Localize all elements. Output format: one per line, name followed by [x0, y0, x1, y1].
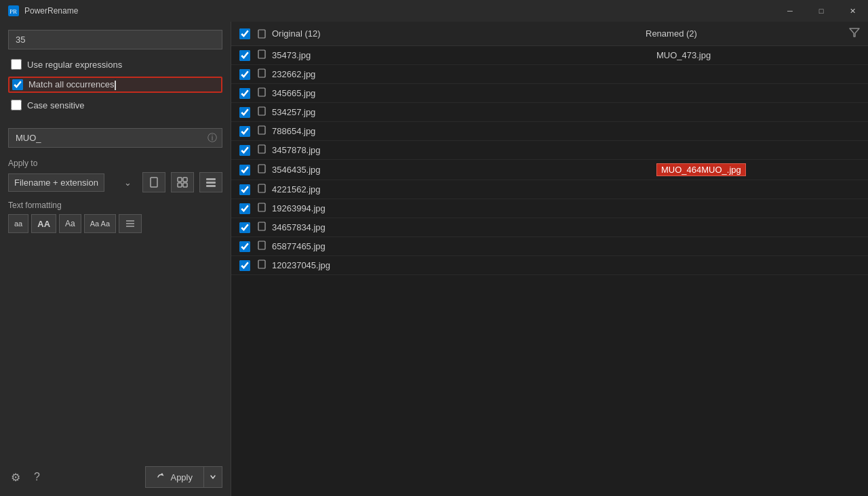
- file-checkbox[interactable]: [239, 241, 250, 252]
- renamed-value: MUO_473.jpg: [656, 50, 860, 60]
- file-icon: [257, 260, 267, 271]
- help-button[interactable]: ?: [31, 468, 43, 487]
- file-checkbox[interactable]: [239, 88, 250, 99]
- list-format-button[interactable]: [119, 214, 142, 233]
- camelcase-button[interactable]: Aa Aa: [84, 214, 116, 233]
- svg-rect-13: [258, 30, 265, 38]
- apply-button-group: Apply: [145, 466, 222, 488]
- apply-to-label: Apply to: [8, 159, 222, 168]
- grid-icon: [177, 177, 188, 188]
- file-icon: [257, 203, 267, 214]
- file-name: 345665.jpg: [272, 88, 656, 98]
- table-row: 35473.jpgMUO_473.jpg: [231, 46, 868, 65]
- file-icon: [257, 222, 267, 233]
- file-checkbox[interactable]: [239, 107, 250, 118]
- replace-input-container: ⓘ: [8, 128, 222, 148]
- file-checkbox[interactable]: [239, 165, 250, 175]
- file-checkbox[interactable]: [239, 126, 250, 137]
- match-all-checkbox[interactable]: [12, 79, 23, 90]
- replace-input[interactable]: [8, 128, 222, 148]
- uppercase-button[interactable]: AA: [31, 214, 56, 233]
- bottom-icons: ⚙ ?: [8, 468, 43, 487]
- svg-rect-9: [206, 185, 216, 187]
- svg-rect-26: [258, 260, 265, 268]
- app-title: PowerRename: [24, 6, 78, 16]
- header-original: Original (12): [257, 28, 646, 39]
- file-icon: [257, 106, 267, 118]
- table-row: 788654.jpg: [231, 122, 868, 141]
- svg-rect-18: [258, 107, 265, 115]
- renamed-highlight: MUO_464MUO_.jpg: [656, 163, 746, 176]
- text-list-icon: [125, 218, 136, 229]
- case-sensitive-label[interactable]: Case sensitive: [27, 100, 85, 110]
- apply-to-dropdown[interactable]: Filename only Extension only Filename + …: [8, 173, 104, 192]
- maximize-button[interactable]: □: [806, 0, 837, 22]
- file-name: 788654.jpg: [272, 126, 656, 136]
- file-icon: [257, 241, 267, 252]
- svg-rect-23: [258, 203, 265, 211]
- file-name: 65877465.jpg: [272, 241, 656, 251]
- use-regex-checkbox[interactable]: [11, 59, 22, 70]
- main-content: Use regular expressions Match all occurr…: [0, 22, 868, 496]
- svg-rect-21: [258, 165, 265, 173]
- renamed-value: MUO_464MUO_.jpg: [656, 163, 860, 176]
- svg-rect-5: [178, 183, 182, 187]
- single-file-icon: [149, 177, 159, 188]
- table-row: 232662.jpg: [231, 65, 868, 84]
- file-icon: [257, 87, 267, 99]
- header-renamed: Renamed (2): [646, 28, 849, 39]
- table-row: 4221562.jpg: [231, 180, 868, 199]
- app-icon: PR: [8, 5, 19, 16]
- svg-rect-2: [151, 178, 157, 187]
- apply-icon: [157, 472, 166, 482]
- file-checkbox[interactable]: [239, 50, 250, 61]
- case-sensitive-checkbox[interactable]: [11, 100, 22, 110]
- use-regex-row: Use regular expressions: [8, 58, 222, 71]
- info-icon[interactable]: ⓘ: [208, 132, 217, 144]
- filter-icon[interactable]: [849, 27, 860, 40]
- svg-rect-16: [258, 69, 265, 77]
- file-name: 232662.jpg: [272, 69, 656, 79]
- svg-text:PR: PR: [9, 8, 17, 15]
- file-checkbox[interactable]: [239, 203, 250, 214]
- file-checkbox[interactable]: [239, 184, 250, 195]
- file-icon: [257, 164, 267, 175]
- left-bottom: ⚙ ? Apply: [8, 461, 222, 488]
- title-bar: PR PowerRename ─ □ ✕: [0, 0, 868, 22]
- close-button[interactable]: ✕: [837, 0, 868, 22]
- table-row: 65877465.jpg: [231, 237, 868, 256]
- lowercase-button[interactable]: aa: [8, 214, 28, 233]
- use-regex-label[interactable]: Use regular expressions: [27, 60, 122, 70]
- apply-to-dropdown-wrapper: Filename only Extension only Filename + …: [8, 173, 137, 192]
- table-row: 120237045.jpg: [231, 256, 868, 275]
- format-list-button[interactable]: [199, 172, 222, 192]
- file-icon: [257, 184, 267, 195]
- svg-rect-17: [258, 88, 265, 96]
- svg-rect-8: [206, 182, 216, 184]
- minimize-button[interactable]: ─: [774, 0, 806, 22]
- format-single-button[interactable]: [142, 172, 165, 192]
- file-checkbox[interactable]: [239, 260, 250, 271]
- apply-dropdown-button[interactable]: [203, 466, 222, 488]
- file-icon: [257, 68, 267, 80]
- file-icon: [257, 125, 267, 137]
- right-panel: Original (12) Renamed (2) 35473.jpgMUO_4…: [231, 22, 868, 496]
- format-grid-button[interactable]: [171, 172, 194, 192]
- file-header-icon: [257, 29, 267, 39]
- match-all-label: Match all occurrences: [28, 79, 116, 90]
- select-all-checkbox[interactable]: [239, 28, 250, 39]
- table-row: 3457878.jpg: [231, 141, 868, 160]
- title-bar-left: PR PowerRename: [8, 5, 78, 16]
- file-checkbox[interactable]: [239, 222, 250, 233]
- text-formatting-label: Text formatting: [8, 201, 222, 210]
- file-checkbox[interactable]: [239, 69, 250, 80]
- settings-button[interactable]: ⚙: [8, 468, 23, 487]
- search-input[interactable]: [8, 30, 222, 49]
- titlecase-button[interactable]: Aa: [59, 214, 81, 233]
- match-all-row: Match all occurrences: [8, 77, 222, 93]
- svg-rect-15: [258, 50, 265, 58]
- file-checkbox[interactable]: [239, 145, 250, 156]
- apply-button[interactable]: Apply: [145, 466, 203, 488]
- table-row: 19263994.jpg: [231, 199, 868, 218]
- chevron-down-icon: [210, 474, 216, 480]
